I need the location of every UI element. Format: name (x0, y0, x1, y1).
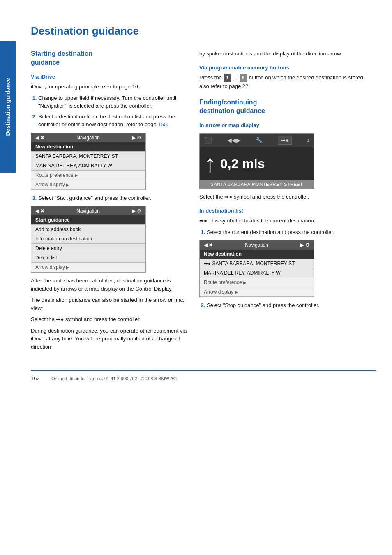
nav2-forward-icon: ▶ ⚙ (132, 208, 141, 214)
street-name-display: SANTA BARBARA MONTERREY STREET (200, 180, 314, 188)
nav2-back-icon: ◀ ✖ (35, 208, 44, 214)
in-dest-list-heading: In destination list (199, 207, 376, 215)
nav-menu-2: ◀ ✖ Navigation ▶ ⚙ Start guidance Add to… (31, 206, 146, 273)
nav-menu-item-route-pref[interactable]: Route preference (31, 171, 145, 180)
memory-button-1: 1 (224, 74, 231, 82)
ad-icon-sound: ♪ (307, 137, 310, 143)
left-column: Starting destinationguidance Via iDrive … (31, 50, 187, 354)
main-content: Destination guidance Starting destinatio… (23, 0, 392, 398)
nav-menu-3-route[interactable]: Route preference (200, 278, 314, 287)
nav3-forward-icon: ▶ ⚙ (300, 242, 310, 248)
ending-steps-list-2: Select "Stop guidance" and press the con… (199, 301, 376, 310)
arrow-display-top-bar: ⬛ ◀◀▶ 🔧 ➡● ♪ (200, 134, 314, 147)
ad-arrow-icon: ➡● (281, 137, 289, 143)
nav-back-icon: ◀ ✖ (35, 135, 44, 141)
nav-menu-3-marina[interactable]: MARINA DEL REY, ADMIRALTY W (200, 268, 314, 278)
memory-button-6: 6 (240, 74, 247, 82)
nav-forward-icon: ▶ ⚙ (132, 135, 141, 141)
nav-menu-3-arrow[interactable]: Arrow display (200, 287, 314, 297)
arrow-display-widget: ⬛ ◀◀▶ 🔧 ➡● ♪ ↑ 0,2 mls SANTA BARBARA MON… (199, 133, 314, 189)
arrow-sym-right: ➡● (224, 194, 232, 200)
nav-menu-2-arrow-display[interactable]: Arrow display (31, 263, 145, 272)
nav-menu-1-title: ◀ ✖ Navigation ▶ ⚙ (31, 133, 145, 142)
select-symbol-right: Select the ➡● symbol and press the contr… (199, 193, 376, 201)
footer-copyright: Online Edition for Part no. 01 41 2 600 … (51, 376, 177, 381)
nav-menu-2-info-dest[interactable]: Information on destination (31, 234, 145, 244)
nav3-title-text: Navigation (245, 242, 268, 248)
page-number: 162 (31, 375, 47, 382)
two-column-layout: Starting destinationguidance Via iDrive … (31, 50, 376, 354)
select-symbol-text-left: Select the ➡● symbol and press the contr… (31, 315, 187, 324)
map-view-text: The destination guidance can also be sta… (31, 296, 187, 312)
nav-title-text: Navigation (76, 135, 100, 141)
turn-arrow: ↑ (204, 151, 216, 176)
in-arrow-heading: In arrow or map display (199, 121, 376, 130)
ending-step-1: Select the current destination and press… (207, 228, 376, 236)
page-ref-150[interactable]: 150 (158, 121, 167, 127)
page-title: Destination guidance (31, 25, 376, 37)
via-memory-heading: Via programmable memory buttons (199, 64, 376, 72)
nav2-title-text: Navigation (76, 208, 100, 214)
nav-menu-3-new-dest[interactable]: New destination (200, 250, 314, 259)
via-memory-para: Press the 1 ... 6 button on which the de… (199, 74, 376, 90)
ending-section: Ending/continuingdestination guidance In… (199, 98, 376, 310)
sidebar-label: Destination guidance (0, 41, 16, 173)
step-1: Change to upper field if necessary. Turn… (38, 94, 187, 110)
after-route-text: After the route has been calculated, des… (31, 277, 187, 293)
arrow-display-body: ↑ 0,2 mls (200, 147, 314, 180)
step-3: Select "Start guidance" and press the co… (38, 194, 187, 202)
ending-section-heading: Ending/continuingdestination guidance (199, 98, 376, 116)
step-2: Select a destination from the destinatio… (38, 113, 187, 129)
nav-menu-item-arrow-display[interactable]: Arrow display (31, 180, 145, 190)
steps-list: Change to upper field if necessary. Turn… (31, 94, 187, 129)
via-idrive-intro: iDrive, for operating principle refer to… (31, 83, 187, 91)
dest-list-symbol-text: ➡● This symbol indicates the current des… (199, 217, 376, 225)
nav-menu-3-santa[interactable]: ➡● SANTA BARBARA, MONTERREY ST (200, 259, 314, 268)
arrow-symbol-left: ➡● (56, 316, 64, 322)
nav-menu-2-start-guidance[interactable]: Start guidance (31, 215, 145, 225)
nav-menu-1: ◀ ✖ Navigation ▶ ⚙ New destination SANTA… (31, 133, 146, 190)
during-guidance-text: During destination guidance, you can ope… (31, 327, 187, 351)
nav-menu-3: ◀ ✖ Navigation ▶ ⚙ New destination ➡● SA… (199, 240, 314, 297)
nav-menu-2-delete-list[interactable]: Delete list (31, 253, 145, 263)
nav-menu-item-marina[interactable]: MARINA DEL REY, ADMIRALTY W (31, 161, 145, 171)
right-column: by spoken instructions and the display o… (199, 50, 376, 354)
nav-menu-3-title: ◀ ✖ Navigation ▶ ⚙ (200, 240, 314, 250)
nav-menu-2-title: ◀ ✖ Navigation ▶ ⚙ (31, 206, 145, 215)
nav-menu-2-delete-entry[interactable]: Delete entry (31, 244, 145, 253)
starting-section-heading: Starting destinationguidance (31, 50, 187, 67)
ad-icon-map: ⬛ (204, 136, 212, 144)
ending-steps-list: Select the current destination and press… (199, 228, 376, 236)
distance-text: 0,2 mls (220, 156, 265, 171)
via-idrive-heading: Via iDrive (31, 73, 187, 81)
page-ref-22[interactable]: 22 (242, 83, 248, 89)
ending-step-2: Select "Stop guidance" and press the con… (207, 301, 376, 310)
ad-icon-tools: 🔧 (256, 137, 263, 143)
nav-menu-2-add-address[interactable]: Add to address book (31, 225, 145, 234)
ad-arrow-indicator: ➡● (278, 136, 292, 145)
nav-menu-item-santa-barbara[interactable]: SANTA BARBARA, MONTERREY ST (31, 152, 145, 161)
ad-icon-audio: ◀◀▶ (227, 137, 241, 143)
steps-list-3: Select "Start guidance" and press the co… (31, 194, 187, 202)
by-spoken-text: by spoken instructions and the display o… (199, 50, 376, 58)
nav3-back-icon: ◀ ✖ (204, 242, 213, 248)
nav-menu-item-new-dest[interactable]: New destination (31, 142, 145, 152)
footer: 162 Online Edition for Part no. 01 41 2 … (31, 370, 376, 382)
